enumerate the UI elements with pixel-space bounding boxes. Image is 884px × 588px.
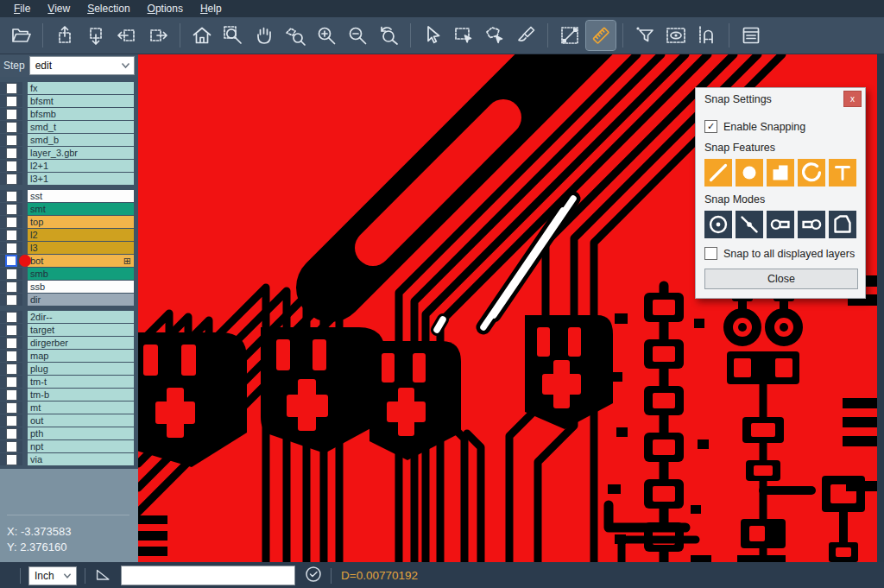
- layer-visibility-checkbox[interactable]: [6, 204, 17, 215]
- layer-row-l3+1[interactable]: l3+1: [0, 173, 138, 185]
- menu-options[interactable]: Options: [139, 1, 192, 17]
- layer-row-layer_3.gbr[interactable]: layer_3.gbr: [0, 147, 138, 159]
- layer-row-bfsmt[interactable]: bfsmt: [0, 95, 138, 107]
- zoom-window-button[interactable]: [218, 21, 248, 50]
- view-area-button[interactable]: [661, 21, 691, 50]
- layer-name[interactable]: layer_3.gbr: [28, 147, 134, 159]
- snap-magnet-button[interactable]: [692, 21, 722, 50]
- layer-visibility-checkbox[interactable]: [6, 148, 17, 159]
- zoom-polygon-button[interactable]: [281, 21, 310, 50]
- layer-visibility-checkbox[interactable]: [6, 454, 17, 465]
- angle-mode-icon[interactable]: [93, 565, 112, 587]
- layer-row-l3[interactable]: l3: [0, 242, 138, 254]
- snap-arc-button[interactable]: [798, 159, 825, 187]
- layer-name[interactable]: dirgerber: [28, 337, 134, 349]
- close-button[interactable]: Close: [704, 269, 858, 289]
- layer-name[interactable]: pth: [28, 427, 134, 439]
- layer-row-sst[interactable]: sst: [0, 190, 138, 202]
- layer-name[interactable]: bot⊞: [28, 255, 134, 267]
- layer-name[interactable]: npt: [28, 440, 134, 452]
- recalc-icon[interactable]: [304, 565, 323, 587]
- layer-visibility-checkbox[interactable]: [6, 415, 17, 427]
- layer-visibility-checkbox[interactable]: [6, 428, 17, 439]
- layer-name[interactable]: sst: [28, 190, 134, 202]
- zoom-out-button[interactable]: [343, 21, 372, 50]
- layer-row-bot[interactable]: bot⊞: [0, 255, 138, 267]
- layer-visibility-checkbox[interactable]: [6, 338, 17, 349]
- measure-line-button[interactable]: [555, 21, 584, 50]
- snap-all-layers-checkbox[interactable]: [704, 247, 717, 260]
- open-file-button[interactable]: [6, 21, 35, 50]
- layer-name[interactable]: plug: [28, 363, 134, 375]
- measure-ruler-button[interactable]: [586, 21, 616, 50]
- layer-name[interactable]: out: [28, 414, 134, 427]
- layer-visibility-checkbox[interactable]: [6, 161, 17, 172]
- select-polygon-button[interactable]: [480, 21, 509, 50]
- layer-name[interactable]: smt: [28, 203, 134, 215]
- menu-help[interactable]: Help: [192, 1, 230, 17]
- pcb-viewport[interactable]: Snap Settings x ✓ Enable Snapping Snap F…: [138, 54, 877, 562]
- pan-hand-button[interactable]: [249, 21, 279, 50]
- layer-visibility-checkbox[interactable]: [6, 174, 17, 185]
- measure-value-input[interactable]: [121, 566, 295, 585]
- layer-row-smb[interactable]: smb: [0, 268, 138, 280]
- layer-row-smd_b[interactable]: smd_b: [0, 134, 138, 146]
- layer-name[interactable]: smb: [28, 268, 134, 280]
- select-rectangle-button[interactable]: [449, 21, 478, 50]
- layer-name[interactable]: smd_t: [28, 121, 134, 133]
- snap-contour-button[interactable]: [829, 211, 856, 238]
- layer-name[interactable]: tm-b: [28, 389, 134, 401]
- pan-down-button[interactable]: [81, 21, 110, 50]
- layer-name[interactable]: l2: [28, 229, 134, 241]
- layer-row-out[interactable]: out: [0, 414, 138, 427]
- layer-visibility-checkbox[interactable]: [6, 376, 17, 388]
- layer-visibility-checkbox[interactable]: [6, 135, 17, 146]
- layer-name[interactable]: bfsmb: [28, 108, 134, 120]
- layer-row-npt[interactable]: npt: [0, 440, 138, 452]
- snap-all-layers-row[interactable]: Snap to all displayed layers: [704, 247, 856, 260]
- form-panel-button[interactable]: [736, 21, 766, 50]
- layer-name[interactable]: bfsmt: [28, 95, 134, 107]
- layer-row-bfsmb[interactable]: bfsmb: [0, 108, 138, 120]
- layer-row-fx[interactable]: fx: [0, 82, 138, 94]
- snap-pad-entry-right-button[interactable]: [767, 211, 794, 238]
- layer-name[interactable]: l3+1: [28, 173, 134, 185]
- layer-row-dir[interactable]: dir: [0, 294, 138, 306]
- layer-row-pth[interactable]: pth: [0, 427, 138, 439]
- layer-visibility-checkbox[interactable]: [6, 364, 17, 375]
- layer-visibility-checkbox[interactable]: [6, 96, 17, 107]
- layer-name[interactable]: via: [28, 453, 134, 465]
- layer-visibility-checkbox[interactable]: [6, 312, 17, 323]
- layer-row-smt[interactable]: smt: [0, 203, 138, 215]
- snap-line-button[interactable]: [704, 159, 732, 187]
- layer-name[interactable]: 2dir--: [28, 311, 134, 323]
- menu-view[interactable]: View: [39, 1, 79, 17]
- unit-select[interactable]: Inch: [28, 566, 77, 585]
- layer-name[interactable]: map: [28, 350, 134, 362]
- layer-name[interactable]: fx: [28, 82, 134, 94]
- zoom-in-button[interactable]: [312, 21, 341, 50]
- pan-left-button[interactable]: [112, 21, 142, 50]
- layer-visibility-checkbox[interactable]: [6, 217, 17, 228]
- layer-row-2dir--[interactable]: 2dir--: [0, 311, 138, 323]
- layer-visibility-checkbox[interactable]: [6, 191, 17, 202]
- layer-row-dirgerber[interactable]: dirgerber: [0, 337, 138, 349]
- snap-surface-button[interactable]: [767, 159, 794, 187]
- layer-row-tm-t[interactable]: tm-t: [0, 376, 138, 388]
- enable-snapping-checkbox[interactable]: ✓: [704, 120, 717, 133]
- layer-name[interactable]: tm-t: [28, 376, 134, 388]
- layer-row-map[interactable]: map: [0, 350, 138, 362]
- snap-point-on-line-button[interactable]: [736, 211, 763, 238]
- pan-up-button[interactable]: [50, 21, 79, 50]
- snap-text-button[interactable]: [829, 159, 856, 187]
- layer-row-via[interactable]: via: [0, 453, 138, 465]
- select-brush-button[interactable]: [511, 21, 540, 50]
- layer-grid-icon[interactable]: ⊞: [123, 255, 131, 267]
- layer-visibility-checkbox[interactable]: [6, 294, 17, 306]
- close-icon[interactable]: x: [843, 91, 862, 107]
- layer-visibility-checkbox[interactable]: [6, 351, 17, 362]
- enable-snapping-row[interactable]: ✓ Enable Snapping: [704, 120, 856, 133]
- home-view-button[interactable]: [187, 21, 217, 50]
- layer-name[interactable]: top: [28, 216, 134, 228]
- layer-row-top[interactable]: top: [0, 216, 138, 228]
